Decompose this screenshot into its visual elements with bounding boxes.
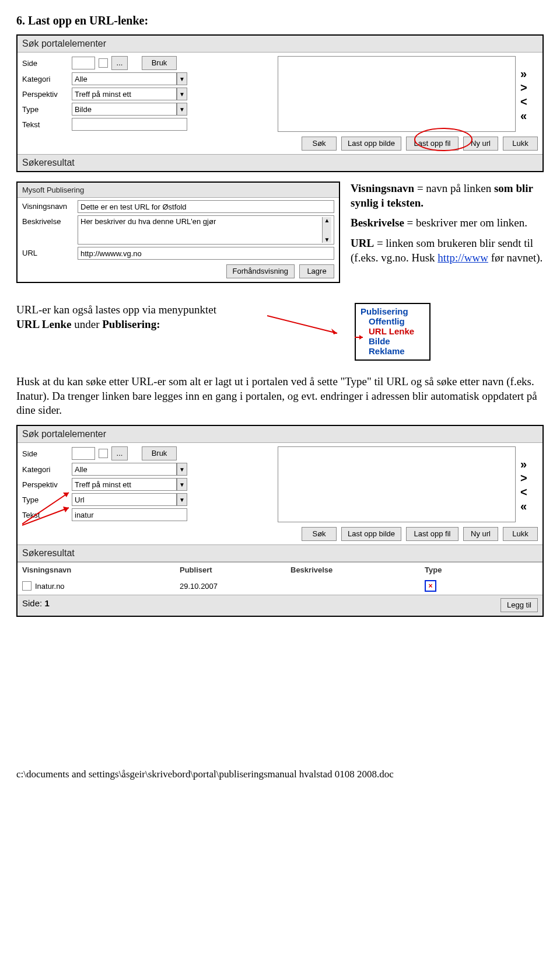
svg-marker-3 xyxy=(359,335,363,340)
p3-result-title: Søkeresultat xyxy=(18,544,542,562)
section-heading: 6. Last opp en URL-lenke: xyxy=(16,14,544,27)
row-name: Inatur.no xyxy=(35,582,65,591)
panel1-result-title: Søkeresultat xyxy=(18,154,542,171)
kategori-label: Kategori xyxy=(22,75,72,83)
type-select-value: Bilde xyxy=(72,103,177,116)
p3-side-checkbox[interactable] xyxy=(99,449,108,458)
menu-bilde[interactable]: Bilde xyxy=(360,336,425,346)
p3-last-fil-button[interactable]: Last opp fil xyxy=(406,527,459,541)
publisering-menu: Publisering Offentlig URL Lenke Bilde Re… xyxy=(355,303,430,361)
p3-kategori-label: Kategori xyxy=(22,465,72,474)
tekst-input[interactable] xyxy=(72,118,187,131)
http-www-link[interactable]: http://www xyxy=(438,252,488,264)
p3-last-bilde-button[interactable]: Last opp bilde xyxy=(341,527,401,541)
svg-line-0 xyxy=(267,316,337,333)
last-opp-bilde-button[interactable]: Last opp bilde xyxy=(341,137,401,151)
menu-publisering[interactable]: Publisering xyxy=(360,306,425,316)
side-input[interactable] xyxy=(72,57,95,69)
beskrivelse-textarea[interactable]: Her beskriver du hva denne URL'en gjør ▲… xyxy=(78,215,334,245)
lagre-button[interactable]: Lagre xyxy=(299,264,334,278)
p3-kategori-value: Alle xyxy=(72,463,177,476)
p3-pagination: Side: 1 Legg til xyxy=(18,595,542,616)
side-browse-button[interactable]: ... xyxy=(111,56,128,70)
visningsnavn-label: Visningsnavn xyxy=(22,200,78,211)
p3-type-label: Type xyxy=(22,495,72,504)
side-label: Side xyxy=(22,59,72,68)
sok-button[interactable]: Søk xyxy=(302,137,337,151)
p3-perspektiv-label: Perspektiv xyxy=(22,480,72,489)
p3-mover-arrows: » > < « xyxy=(520,446,538,523)
footer-filepath: c:\documents and settings\åsgeir\skriveb… xyxy=(16,769,544,780)
p3-side-label: Side xyxy=(22,449,72,458)
menu-reklame[interactable]: Reklame xyxy=(360,346,425,356)
visningsnavn-input[interactable] xyxy=(78,200,334,213)
panel1-title: Søk portalelementer xyxy=(18,36,542,53)
p3-bruk-button[interactable]: Bruk xyxy=(142,446,177,460)
kategori-select-value: Alle xyxy=(72,72,177,85)
p3-type-dropdown[interactable]: ▼ xyxy=(177,493,187,506)
move-right-icon[interactable]: > xyxy=(520,82,527,93)
panel1-body: Side ... Bruk Kategori Alle ▼ Perspektiv… xyxy=(18,53,542,134)
arrow-annotation-icon xyxy=(267,313,343,337)
search-panel-1: Søk portalelementer Side ... Bruk Katego… xyxy=(16,34,544,172)
p3-result-list[interactable] xyxy=(278,446,516,522)
panel3-title: Søk portalelementer xyxy=(18,426,542,443)
p3-ny-url-button[interactable]: Ny url xyxy=(463,527,498,541)
menu-arrow-icon xyxy=(355,334,365,340)
bruk-button[interactable]: Bruk xyxy=(142,56,177,70)
p3-sok-button[interactable]: Søk xyxy=(302,527,337,541)
p3-perspektiv-value: Treff på minst ett xyxy=(72,478,177,491)
p3-move-left-icon[interactable]: < xyxy=(520,486,527,498)
type-dropdown-button[interactable]: ▼ xyxy=(177,103,187,116)
beskrivelse-label: Beskrivelse xyxy=(22,215,78,226)
p3-perspektiv-dropdown[interactable]: ▼ xyxy=(177,478,187,491)
side-checkbox[interactable] xyxy=(99,58,108,68)
mysoft-pub-panel: Mysoft Publisering Visningsnavn Beskrive… xyxy=(16,181,340,283)
move-left-icon[interactable]: < xyxy=(520,96,527,107)
legg-til-button[interactable]: Legg til xyxy=(501,598,538,612)
p3-side-browse-button[interactable]: ... xyxy=(111,446,128,460)
p3-lukk-button[interactable]: Lukk xyxy=(503,527,538,541)
url-input[interactable] xyxy=(78,247,334,260)
panel1-form: Side ... Bruk Kategori Alle ▼ Perspektiv… xyxy=(22,56,273,133)
kategori-dropdown-button[interactable]: ▼ xyxy=(177,72,187,85)
p3-move-right-icon[interactable]: > xyxy=(520,472,527,484)
p3-tekst-input[interactable] xyxy=(72,508,187,521)
move-all-left-icon[interactable]: « xyxy=(520,110,527,121)
type-label: Type xyxy=(22,105,72,114)
side-explanation: Visningsnavn = navn på linken som blir s… xyxy=(351,181,544,265)
usage-paragraph: Husk at du kan søke etter URL-er som alt… xyxy=(16,375,544,418)
menu-url-lenke[interactable]: URL Lenke xyxy=(360,326,425,336)
perspektiv-label: Perspektiv xyxy=(22,90,72,99)
panel1-result-list[interactable] xyxy=(278,56,516,132)
ny-url-button[interactable]: Ny url xyxy=(463,137,498,151)
lukk-button[interactable]: Lukk xyxy=(503,137,538,151)
row-checkbox[interactable] xyxy=(22,581,32,591)
perspektiv-select-value: Treff på minst ett xyxy=(72,88,177,100)
url-via-menu-text: URL-er kan også lastes opp via menypunkt… xyxy=(16,303,256,331)
panel1-button-row: Søk Last opp bilde Last opp fil Ny url L… xyxy=(18,134,542,154)
search-panel-2: Søk portalelementer Side ... Bruk Katego… xyxy=(16,425,544,617)
p3-move-all-left-icon[interactable]: « xyxy=(520,500,527,512)
menu-offentlig[interactable]: Offentlig xyxy=(360,316,425,326)
p3-move-all-right-icon[interactable]: » xyxy=(520,458,527,470)
tekst-label: Tekst xyxy=(22,120,72,129)
table-row[interactable]: Inatur.no 29.10.2007 × xyxy=(18,577,542,595)
p3-result-columns: Visningsnavn Publisert Beskrivelse Type xyxy=(18,562,542,577)
p3-type-value: Url xyxy=(72,493,177,506)
p3-kategori-dropdown[interactable]: ▼ xyxy=(177,463,187,476)
pub-title: Mysoft Publisering xyxy=(18,183,339,198)
p3-side-input[interactable] xyxy=(72,447,95,460)
last-opp-fil-button[interactable]: Last opp fil xyxy=(406,137,459,151)
panel1-mover-arrows: » > < « xyxy=(520,56,538,133)
scroll-icon[interactable]: ▲▼ xyxy=(322,217,331,243)
p3-tekst-label: Tekst xyxy=(22,511,72,519)
row-date: 29.10.2007 xyxy=(180,582,290,591)
forhandsvisning-button[interactable]: Forhåndsvisning xyxy=(226,264,295,278)
perspektiv-dropdown-button[interactable]: ▼ xyxy=(177,88,187,100)
url-label: URL xyxy=(22,247,78,257)
broken-image-icon: × xyxy=(425,580,436,592)
move-all-right-icon[interactable]: » xyxy=(520,68,527,79)
